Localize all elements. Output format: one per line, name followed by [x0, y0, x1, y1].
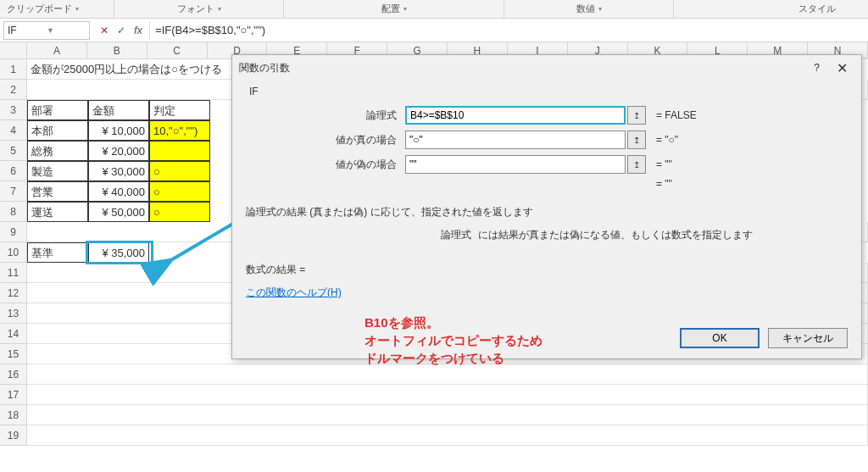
close-icon[interactable]: ✕ — [830, 60, 854, 76]
ribbon-group-number[interactable]: 数値 ▾ — [504, 0, 674, 18]
cell-b3[interactable]: 金額 — [88, 100, 149, 120]
cancel-button[interactable]: キャンセル — [768, 328, 848, 348]
formula-input[interactable]: =IF(B4>=$B$10,"○","") — [149, 21, 868, 40]
row-header[interactable]: 7 — [0, 181, 27, 202]
row-header[interactable]: 10 — [0, 242, 27, 263]
ribbon-group-clipboard[interactable]: クリップボード ▾ — [0, 0, 114, 18]
cell-b10[interactable]: ¥ 35,000 — [88, 242, 149, 263]
cancel-icon[interactable]: ✕ — [100, 25, 108, 36]
cell[interactable] — [27, 385, 868, 405]
formula-bar: IF ▼ ✕ ✓ fx =IF(B4>=$B$10,"○","") — [0, 19, 868, 42]
arg-result: = FALSE — [646, 109, 697, 121]
ribbon-bar: クリップボード ▾ フォント ▾ 配置 ▾ 数値 ▾ スタイル — [0, 0, 868, 19]
ribbon-group-alignment[interactable]: 配置 ▾ — [284, 0, 504, 18]
col-header[interactable]: C — [147, 42, 208, 59]
row-header[interactable]: 13 — [0, 303, 27, 324]
final-result: = "" — [646, 178, 672, 190]
cell-c5[interactable] — [149, 141, 210, 161]
row-header[interactable]: 1 — [0, 59, 27, 80]
row-header[interactable]: 2 — [0, 80, 27, 100]
arg-result: = "" — [646, 158, 672, 170]
cell-b8[interactable]: ¥ 50,000 — [88, 202, 149, 222]
row-header[interactable]: 17 — [0, 385, 27, 405]
cell-b6[interactable]: ¥ 30,000 — [88, 161, 149, 181]
row-header[interactable]: 4 — [0, 120, 27, 141]
value-if-false-input[interactable] — [405, 155, 626, 174]
ribbon-group-style[interactable]: スタイル — [766, 0, 868, 18]
arg-result: = "○" — [646, 134, 678, 146]
dropdown-icon: ▾ — [403, 5, 407, 13]
cell-a6[interactable]: 製造 — [27, 161, 88, 181]
dropdown-icon: ▾ — [75, 5, 79, 13]
logical-test-input[interactable] — [405, 106, 626, 125]
cell[interactable] — [27, 425, 868, 446]
row-header[interactable]: 18 — [0, 405, 27, 425]
row-header[interactable]: 15 — [0, 344, 27, 364]
cell-c3[interactable]: 判定 — [149, 100, 210, 120]
cell-a5[interactable]: 総務 — [27, 141, 88, 161]
value-if-true-input[interactable] — [405, 130, 626, 149]
arg-label: 値が真の場合 — [246, 133, 405, 147]
ribbon-label: 数値 — [576, 3, 595, 15]
chevron-down-icon[interactable]: ▼ — [47, 26, 86, 35]
ribbon-label: 配置 — [381, 3, 400, 15]
help-icon[interactable]: ? — [804, 62, 830, 74]
cell-a3[interactable]: 部署 — [27, 100, 88, 120]
cell-b7[interactable]: ¥ 40,000 — [88, 181, 149, 202]
cell[interactable] — [27, 364, 868, 385]
enter-icon[interactable]: ✓ — [117, 25, 125, 36]
annotation-text: B10を参照。 オートフィルでコピーするため ドルマークをつけている — [364, 314, 542, 367]
dropdown-icon: ▾ — [598, 5, 602, 13]
cell-c8[interactable]: ○ — [149, 202, 210, 222]
cell-b5[interactable]: ¥ 20,000 — [88, 141, 149, 161]
formula-icons: ✕ ✓ fx — [93, 24, 149, 36]
cell-b4[interactable]: ¥ 10,000 — [88, 120, 149, 141]
ribbon-label: クリップボード — [7, 3, 72, 15]
function-help-link[interactable]: この関数のヘルプ(H) — [246, 286, 848, 300]
ribbon-label: スタイル — [798, 3, 836, 15]
arg-row-true: 値が真の場合 ↥ = "○" — [246, 130, 848, 149]
function-arguments-dialog: 関数の引数 ? ✕ IF 論理式 ↥ = FALSE 値が真の場合 ↥ = "○… — [231, 54, 862, 359]
row-header[interactable]: 5 — [0, 141, 27, 161]
dialog-buttons: OK キャンセル — [680, 328, 848, 348]
ok-button[interactable]: OK — [680, 328, 760, 348]
row-header[interactable]: 8 — [0, 202, 27, 222]
col-header[interactable]: B — [87, 42, 147, 59]
arg-label: 値が偽の場合 — [246, 158, 405, 172]
arg-label: 論理式 — [246, 108, 405, 123]
function-name: IF — [246, 86, 848, 97]
row-header[interactable]: 9 — [0, 222, 27, 242]
formula-result-label: 数式の結果 = — [246, 263, 848, 277]
row-header[interactable]: 19 — [0, 425, 27, 446]
cell-c7[interactable]: ○ — [149, 181, 210, 202]
name-box-value: IF — [8, 25, 47, 36]
arg-row-false: 値が偽の場合 ↥ = "" — [246, 155, 848, 174]
cell-c6[interactable]: ○ — [149, 161, 210, 181]
ribbon-group-font[interactable]: フォント ▾ — [114, 0, 284, 18]
dropdown-icon: ▾ — [218, 5, 221, 13]
row-header[interactable]: 6 — [0, 161, 27, 181]
range-select-icon[interactable]: ↥ — [627, 130, 646, 149]
row-header[interactable]: 14 — [0, 324, 27, 344]
row-header[interactable]: 3 — [0, 100, 27, 120]
row-header[interactable]: 11 — [0, 263, 27, 283]
ribbon-label: フォント — [177, 3, 214, 15]
name-box[interactable]: IF ▼ — [3, 21, 90, 40]
fx-icon[interactable]: fx — [134, 24, 142, 36]
cell-a10[interactable]: 基準 — [27, 242, 88, 263]
row-header[interactable]: 16 — [0, 364, 27, 385]
select-all-corner[interactable] — [0, 42, 27, 59]
cell-a8[interactable]: 運送 — [27, 202, 88, 222]
arg-row-final: = "" — [246, 178, 848, 190]
col-header[interactable]: A — [27, 42, 87, 59]
cell-a4[interactable]: 本部 — [27, 120, 88, 141]
range-select-icon[interactable]: ↥ — [627, 106, 646, 125]
range-select-icon[interactable]: ↥ — [627, 155, 646, 174]
row-headers: 1 2 3 4 5 6 7 8 9 10 11 12 13 14 15 16 1… — [0, 59, 27, 446]
argument-description: 論理式には結果が真または偽になる値、もしくは数式を指定します — [246, 228, 848, 242]
dialog-titlebar[interactable]: 関数の引数 ? ✕ — [232, 55, 861, 81]
cell-a7[interactable]: 営業 — [27, 181, 88, 202]
cell-c4[interactable]: 10,"○","") — [149, 120, 210, 141]
cell[interactable] — [27, 405, 868, 425]
row-header[interactable]: 12 — [0, 283, 27, 303]
